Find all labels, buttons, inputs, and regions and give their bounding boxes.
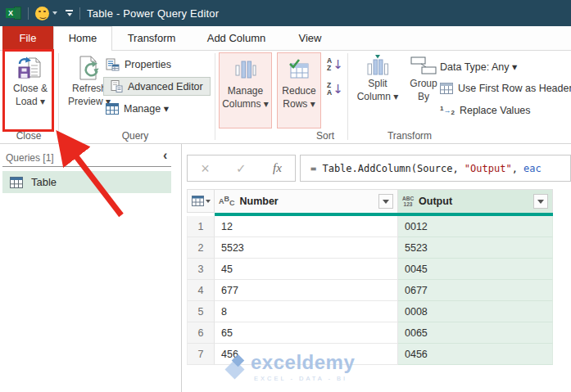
query-item-label: Table [31,176,57,188]
manage-icon [106,103,119,115]
exceldemy-logo-icon [223,353,251,382]
reduce-rows-label-line2: Rows ▾ [278,98,320,111]
smiley-dropdown-caret-icon[interactable] [52,11,57,15]
group-label-sort: Sort [301,130,349,142]
properties-button[interactable]: Properties [106,58,171,71]
manage-button[interactable]: Manage ▾ [106,102,169,115]
cell-output[interactable]: 0456 [398,344,553,365]
table-header-row: ABC Number ABC 123 Output [187,189,553,213]
cell-number[interactable]: 677 [215,280,398,301]
group-label-close: Close [2,130,56,142]
watermark: exceldemy EXCEL - DATA - BI [223,353,355,382]
table-row[interactable]: 6 65 0065 [187,322,553,344]
commit-formula-icon[interactable]: ✓ [236,161,247,176]
table-row[interactable]: 5 8 0008 [187,301,553,322]
row-number: 6 [187,322,215,344]
row-number: 7 [187,344,215,365]
cell-number[interactable]: 5523 [215,237,398,259]
data-type-dropdown[interactable]: Data Type: Any ▾ [440,61,517,73]
formula-separator: , [512,163,523,174]
column-header-number[interactable]: ABC Number [215,189,398,213]
advanced-editor-icon [111,80,123,92]
cell-output[interactable]: 0012 [398,216,553,237]
table-row[interactable]: 4 677 0677 [187,280,553,301]
group-separator [215,53,215,140]
window-title: Table - Power Query Editor [87,7,219,20]
header-accent-bar [215,213,553,216]
cell-output[interactable]: 0008 [398,301,553,322]
group-label-transform: Transform [360,130,459,142]
corner-dropdown-caret-icon [206,200,211,203]
tab-transform[interactable]: Transform [115,26,188,51]
column-header-output[interactable]: ABC 123 Output [398,189,553,213]
refresh-preview-icon [77,55,102,81]
select-all-corner-cell[interactable] [187,189,215,213]
advanced-editor-button[interactable]: Advanced Editor [103,77,211,96]
row-number: 1 [187,216,215,237]
watermark-brand: exceldemy [251,353,355,372]
group-by-button[interactable]: Group By [404,55,443,103]
formula-string-literal: "Output" [465,163,512,174]
formula-prefix: = Table.AddColumn(Source, [310,163,465,174]
query-list-item-table[interactable]: Table [2,171,171,193]
sort-down-arrow-icon: ↓ [333,83,343,96]
tab-file[interactable]: File [2,26,53,51]
quick-access-toolbar-dropdown-icon[interactable] [66,10,73,16]
fx-icon[interactable]: fx [273,161,282,175]
sort-ascending-button[interactable]: A Z ↓ [327,57,343,72]
row-number: 2 [187,237,215,259]
table-row[interactable]: 3 45 0045 [187,259,553,280]
queries-pane: Queries [1] ‹ Table [0,144,182,392]
excel-app-icon: X [6,6,21,20]
preview-table: ABC Number ABC 123 Output 1 12 0012 2 [187,189,553,365]
formula-toolbar: × ✓ fx [187,155,296,182]
replace-values-button[interactable]: 1→2 Replace Values [440,105,531,116]
reduce-rows-button[interactable]: Reduce Rows ▾ [277,52,321,128]
split-column-button[interactable]: Split Column ▾ [352,55,403,103]
cancel-formula-icon[interactable]: × [201,161,210,176]
row-number: 3 [187,259,215,280]
table-row[interactable]: 2 5523 5523 [187,237,553,259]
data-type-label: Data Type: Any ▾ [440,61,517,73]
cell-output[interactable]: 0677 [398,280,553,301]
use-first-row-button[interactable]: Use First Row as Header [440,83,571,94]
sort-descending-button[interactable]: Z A ↓ [327,82,343,97]
text-type-icon: ABC [219,197,235,205]
tab-add-column[interactable]: Add Column [193,26,279,51]
manage-columns-label-line2: Columns ▾ [220,98,271,111]
manage-columns-label-line1: Manage [220,85,271,98]
manage-columns-button[interactable]: Manage Columns ▾ [219,52,272,128]
annotation-highlight-box [2,49,54,132]
row-number: 5 [187,301,215,322]
cell-number[interactable]: 45 [215,259,398,280]
cell-number[interactable]: 12 [215,216,398,237]
feedback-smiley-icon[interactable] [35,7,49,20]
queries-pane-divider [2,166,171,167]
collapse-pane-icon[interactable]: ‹ [163,148,167,163]
ribbon-home: Close & Load ▾ Close Refresh Preview ▾ [0,51,571,144]
reduce-rows-icon [288,59,310,80]
titlebar-separator [79,7,80,20]
table-row[interactable]: 1 12 0012 [187,216,553,237]
filter-dropdown-button[interactable] [533,194,548,209]
cell-number[interactable]: 8 [215,301,398,322]
tab-home[interactable]: Home [53,26,112,51]
manage-label: Manage ▾ [124,102,169,115]
sort-za-letter-a: A [327,89,332,97]
use-first-row-label: Use First Row as Header [458,83,571,94]
properties-icon [106,58,120,71]
tab-view[interactable]: View [283,26,337,51]
cell-number[interactable]: 65 [215,322,398,344]
cell-output[interactable]: 0045 [398,259,553,280]
replace-values-icon: 1→2 [440,106,455,115]
any-type-icon: ABC 123 [402,196,414,207]
group-separator [347,53,348,140]
formula-input[interactable]: = Table.AddColumn(Source, "Output", eac [300,155,571,182]
cell-output[interactable]: 0065 [398,322,553,344]
group-by-icon [410,55,437,76]
column-label: Output [419,196,452,207]
column-label: Number [240,196,279,207]
cell-output[interactable]: 5523 [398,237,553,259]
filter-dropdown-button[interactable] [378,194,393,209]
group-by-label-line2: By [404,91,443,104]
